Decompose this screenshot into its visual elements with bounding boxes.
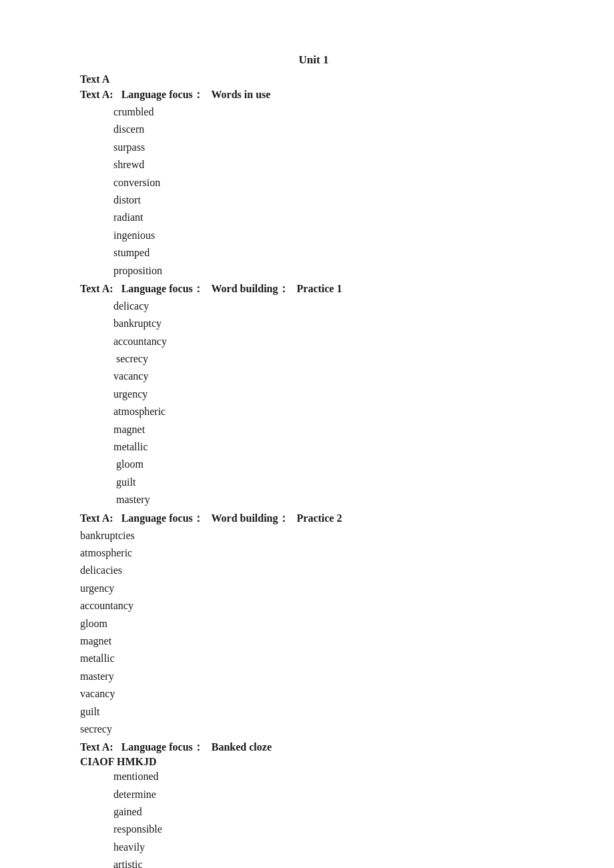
list-item: discern — [113, 121, 547, 138]
list-item: surpass — [113, 139, 547, 156]
list-item: secrecy — [113, 350, 547, 368]
list-item: heavily — [113, 839, 547, 856]
list-item: bankruptcies — [80, 527, 547, 544]
words-in-use-section: Text A: Language focus： Words in use cru… — [80, 88, 547, 280]
words-in-use-list: crumbled discern surpass shrewd conversi… — [80, 103, 547, 280]
list-item: metallic — [113, 438, 547, 456]
word-building-2-list: bankruptcies atmospheric delicacies urge… — [80, 527, 547, 739]
list-item: ingenious — [113, 227, 547, 244]
list-item: responsible — [113, 821, 547, 838]
list-item: mentioned — [113, 768, 547, 785]
list-item: guilt — [80, 703, 547, 721]
list-item: vacancy — [80, 685, 547, 703]
list-item: vacancy — [113, 368, 547, 385]
list-item: delicacies — [80, 562, 547, 579]
word-building-2-section: Text A: Language focus： Word building： P… — [80, 512, 547, 739]
list-item: mastery — [80, 668, 547, 685]
list-item: secrecy — [80, 721, 547, 738]
list-item: accountancy — [113, 333, 547, 350]
banked-cloze-header: Text A: Language focus： Banked cloze — [80, 741, 547, 755]
words-in-use-header: Text A: Language focus： Words in use — [80, 88, 547, 102]
page-title: Unit 1 — [80, 53, 547, 67]
list-item: metallic — [80, 650, 547, 667]
list-item: magnet — [80, 632, 547, 650]
list-item: gloom — [113, 456, 547, 473]
list-item: bankruptcy — [113, 315, 547, 332]
list-item: delicacy — [113, 298, 547, 315]
list-item: accountancy — [80, 597, 547, 614]
banked-cloze-list: mentioned determine gained responsible h… — [80, 768, 547, 868]
list-item: distort — [113, 191, 547, 209]
word-building-2-header: Text A: Language focus： Word building： P… — [80, 512, 547, 526]
word-building-1-section: Text A: Language focus： Word building： P… — [80, 282, 547, 509]
word-building-1-header: Text A: Language focus： Word building： P… — [80, 282, 547, 296]
list-item: artistic — [113, 856, 547, 868]
list-item: urgency — [80, 580, 547, 597]
list-item: shrewd — [113, 156, 547, 173]
list-item: magnet — [113, 421, 547, 438]
list-item: radiant — [113, 209, 547, 226]
list-item: gained — [113, 803, 547, 821]
page-container: Unit 1 Text A Text A: Language focus： Wo… — [80, 53, 547, 868]
list-item: gloom — [80, 615, 547, 632]
list-item: determine — [113, 786, 547, 803]
list-item: atmospheric — [80, 544, 547, 562]
list-item: atmospheric — [113, 403, 547, 420]
list-item: proposition — [113, 262, 547, 280]
list-item: stumped — [113, 244, 547, 262]
list-item: mastery — [113, 491, 547, 508]
list-item: crumbled — [113, 103, 547, 121]
list-item: conversion — [113, 174, 547, 191]
list-item: guilt — [113, 474, 547, 491]
banked-cloze-section: Text A: Language focus： Banked cloze CIA… — [80, 741, 547, 868]
text-a-label: Text A — [80, 73, 547, 85]
ciaof-label: CIAOF HMKJD — [80, 756, 547, 768]
list-item: urgency — [113, 386, 547, 403]
word-building-1-list: delicacy bankruptcy accountancy secrecy … — [80, 298, 547, 509]
